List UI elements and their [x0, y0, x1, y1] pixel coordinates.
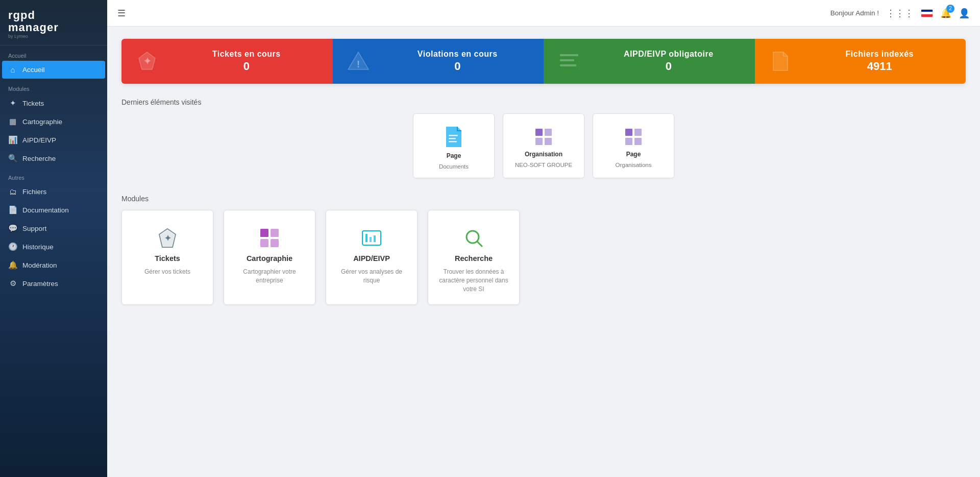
module-aipd-title: AIPD/EIVP: [353, 254, 390, 263]
svg-rect-8: [449, 141, 457, 142]
stat-violations-value: 0: [382, 60, 534, 73]
topbar-right: Bonjour Admin ! ⋮⋮⋮ 🔔 2 👤: [830, 8, 970, 19]
sidebar-item-parametres[interactable]: ⚙ Paramètres: [0, 274, 107, 293]
stat-violations-body: Violations en cours 0: [382, 50, 534, 73]
visit-card-name-2: Organisations: [616, 162, 652, 168]
svg-line-27: [477, 242, 482, 246]
svg-rect-11: [535, 138, 543, 145]
svg-text:✦: ✦: [164, 234, 172, 243]
logo-byline: by Lymeo: [8, 34, 99, 39]
sidebar-item-tickets[interactable]: ✦ Tickets: [0, 94, 107, 112]
user-icon[interactable]: 👤: [959, 8, 970, 19]
stat-tickets-body: Tickets en cours 0: [170, 50, 323, 73]
module-cards-row: ✦ Tickets Gérer vos tickets Cartographie: [121, 210, 966, 305]
stat-aipd-title: AIPD/EIVP obligatoire: [593, 50, 745, 59]
sidebar-item-historique[interactable]: 🕐 Historique: [0, 237, 107, 256]
stat-tickets-title: Tickets en cours: [170, 50, 323, 59]
stat-aipd-value: 0: [593, 60, 745, 73]
module-card-recherche[interactable]: Recherche Trouver les données à caractèr…: [428, 210, 520, 305]
home-icon: ⌂: [8, 65, 17, 74]
historique-icon: 🕐: [8, 242, 17, 251]
logo: rgpd manager by Lymeo: [0, 0, 107, 45]
svg-rect-21: [271, 239, 279, 247]
menu-icon[interactable]: ☰: [117, 8, 126, 19]
visit-card-type-1: Organisation: [525, 151, 562, 158]
main-content: ☰ Bonjour Admin ! ⋮⋮⋮ 🔔 2 👤: [107, 0, 980, 477]
sidebar: rgpd manager by Lymeo Accueil ⌂ Accueil …: [0, 0, 107, 477]
stat-card-fichiers[interactable]: Fichiers indexés 4911: [755, 39, 966, 84]
parametres-icon: ⚙: [8, 279, 17, 288]
last-visited-cards: Page Documents Organisation NEO-SOFT GRO…: [121, 113, 966, 178]
svg-rect-18: [260, 229, 268, 237]
svg-rect-15: [625, 138, 632, 145]
org-icon: [534, 125, 553, 147]
stat-card-tickets[interactable]: ✦ Tickets en cours 0: [121, 39, 333, 84]
sidebar-item-accueil[interactable]: ⌂ Accueil: [2, 61, 105, 79]
stat-fichiers-icon: [765, 48, 796, 75]
module-recherche-desc: Trouver les données à caractère personne…: [436, 268, 511, 293]
page-content: ✦ Tickets en cours 0 ! Violations en cou…: [107, 27, 980, 477]
svg-rect-14: [634, 129, 642, 136]
visit-card-type-2: Page: [626, 151, 641, 158]
flag-red: [921, 14, 933, 17]
fichiers-icon: 🗂: [8, 187, 17, 196]
doc-page-icon: [444, 125, 463, 148]
logo-text: rgpd manager: [8, 9, 99, 34]
module-cartographie-title: Cartographie: [247, 254, 292, 263]
module-tickets-desc: Gérer vos tickets: [144, 268, 190, 276]
visit-card-name-1: NEO-SOFT GROUPE: [515, 162, 572, 168]
support-icon: 💬: [8, 224, 17, 233]
organisations-icon: [624, 125, 643, 147]
stat-card-aipd[interactable]: AIPD/EIVP obligatoire 0: [544, 39, 755, 84]
visit-card-documents[interactable]: Page Documents: [413, 113, 495, 178]
module-card-aipd[interactable]: AIPD/EIVP Gérer vos analyses de risque: [326, 210, 418, 305]
sidebar-item-moderation[interactable]: 🔔 Modération: [0, 256, 107, 274]
stat-tickets-value: 0: [170, 60, 323, 73]
topbar: ☰ Bonjour Admin ! ⋮⋮⋮ 🔔 2 👤: [107, 0, 980, 27]
module-cartographie-icon: [258, 225, 281, 249]
notification-badge: 2: [946, 5, 954, 13]
module-card-cartographie[interactable]: Cartographie Cartographier votre entrepr…: [224, 210, 315, 305]
svg-rect-4: [560, 59, 574, 61]
module-tickets-title: Tickets: [155, 254, 180, 263]
module-recherche-icon: [462, 225, 485, 249]
stat-aipd-body: AIPD/EIVP obligatoire 0: [593, 50, 745, 73]
svg-text:!: !: [357, 59, 360, 69]
sidebar-section-autres: Autres: [0, 168, 107, 183]
module-cartographie-desc: Cartographier votre entreprise: [232, 268, 307, 285]
sidebar-item-documentation[interactable]: 📄 Documentation: [0, 201, 107, 219]
visit-card-type-0: Page: [447, 152, 461, 159]
recherche-icon: 🔍: [8, 154, 17, 163]
module-card-tickets[interactable]: ✦ Tickets Gérer vos tickets: [121, 210, 213, 305]
last-visited-title: Derniers éléments visités: [121, 98, 966, 106]
stat-fichiers-value: 4911: [804, 60, 956, 73]
svg-rect-16: [634, 138, 642, 145]
language-flag[interactable]: [921, 9, 933, 17]
svg-text:✦: ✦: [143, 56, 151, 66]
sidebar-section-accueil: Accueil: [0, 45, 107, 61]
sidebar-item-aipd[interactable]: 📊 AIPD/EIVP: [0, 131, 107, 149]
stat-aipd-icon: [554, 48, 584, 75]
notification-bell[interactable]: 🔔 2: [940, 8, 951, 19]
svg-rect-6: [449, 135, 458, 136]
sidebar-item-recherche[interactable]: 🔍 Recherche: [0, 149, 107, 168]
stat-card-violations[interactable]: ! Violations en cours 0: [333, 39, 544, 84]
visit-card-organisation[interactable]: Organisation NEO-SOFT GROUPE: [503, 113, 584, 178]
visit-card-organisations[interactable]: Page Organisations: [593, 113, 674, 178]
sidebar-item-cartographie[interactable]: ▦ Cartographie: [0, 112, 107, 131]
stat-tickets-icon: ✦: [132, 48, 162, 75]
module-aipd-icon: [360, 225, 383, 249]
module-tickets-icon: ✦: [156, 225, 179, 249]
visit-card-name-0: Documents: [439, 163, 469, 170]
stat-violations-title: Violations en cours: [382, 50, 534, 59]
svg-rect-5: [560, 64, 576, 66]
sidebar-item-support[interactable]: 💬 Support: [0, 219, 107, 237]
topbar-left: ☰: [117, 8, 126, 19]
cartographie-icon: ▦: [8, 117, 17, 126]
apps-icon[interactable]: ⋮⋮⋮: [886, 8, 914, 19]
stat-cards-row: ✦ Tickets en cours 0 ! Violations en cou…: [121, 39, 966, 84]
tickets-icon: ✦: [8, 99, 17, 108]
module-recherche-title: Recherche: [455, 254, 493, 263]
sidebar-item-fichiers[interactable]: 🗂 Fichiers: [0, 183, 107, 201]
module-aipd-desc: Gérer vos analyses de risque: [334, 268, 409, 285]
